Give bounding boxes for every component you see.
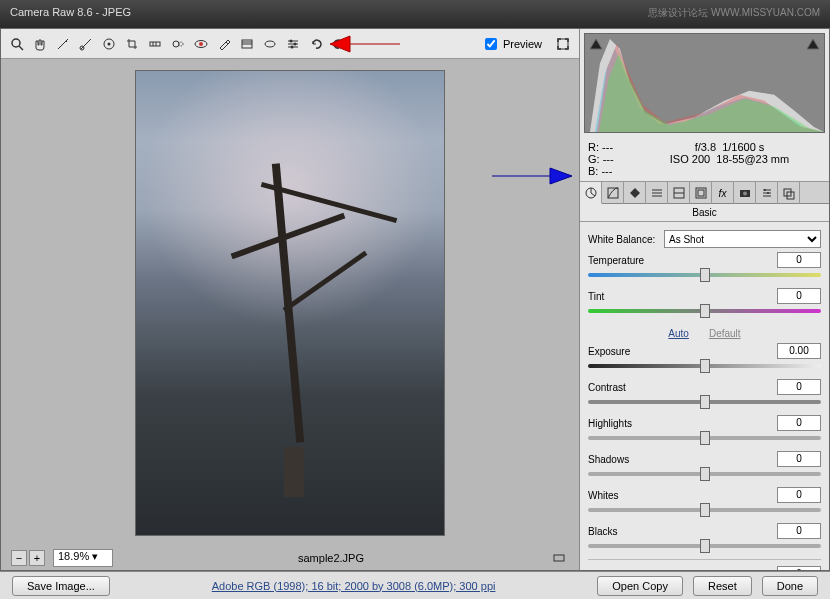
color-sampler-tool-icon[interactable]	[76, 34, 96, 54]
tab-detail-icon[interactable]	[624, 182, 646, 204]
zoom-in-button[interactable]: +	[29, 550, 45, 566]
svg-point-15	[265, 41, 275, 47]
info-readout: R: --- G: --- B: --- f/3.8 1/1600 s ISO …	[580, 137, 829, 182]
clarity-slider[interactable]: Clarity0	[588, 566, 821, 570]
graduated-filter-tool-icon[interactable]	[237, 34, 257, 54]
preview-checkbox[interactable]	[485, 38, 497, 50]
done-button[interactable]: Done	[762, 576, 818, 596]
svg-point-38	[764, 189, 766, 191]
white-balance-tool-icon[interactable]	[53, 34, 73, 54]
svg-point-34	[743, 192, 747, 196]
svg-point-39	[767, 192, 769, 194]
workflow-options-link[interactable]: Adobe RGB (1998); 16 bit; 2000 by 3008 (…	[120, 580, 587, 592]
auto-link[interactable]: Auto	[668, 328, 689, 339]
white-balance-select[interactable]: As Shot	[664, 230, 821, 248]
white-balance-label: White Balance:	[588, 234, 658, 245]
zoom-out-button[interactable]: −	[11, 550, 27, 566]
blacks-slider[interactable]: Blacks0	[588, 523, 821, 551]
whites-slider[interactable]: Whites0	[588, 487, 821, 515]
highlight-clip-warning-icon[interactable]	[806, 38, 820, 50]
status-bar: − + 18.9% ▾ sample2.JPG	[1, 546, 579, 570]
straighten-tool-icon[interactable]	[145, 34, 165, 54]
histogram[interactable]	[584, 33, 825, 133]
iso-value: ISO 200	[670, 153, 710, 165]
adjustment-brush-tool-icon[interactable]	[214, 34, 234, 54]
tab-camera-calibration-icon[interactable]	[734, 182, 756, 204]
shadow-clip-warning-icon[interactable]	[589, 38, 603, 50]
exposure-slider[interactable]: Exposure0.00	[588, 343, 821, 371]
crop-tool-icon[interactable]	[122, 34, 142, 54]
preferences-tool-icon[interactable]	[283, 34, 303, 54]
highlights-slider[interactable]: Highlights0	[588, 415, 821, 443]
tab-hsl-icon[interactable]	[646, 182, 668, 204]
red-eye-tool-icon[interactable]	[191, 34, 211, 54]
contrast-slider[interactable]: Contrast0	[588, 379, 821, 407]
zoom-tool-icon[interactable]	[7, 34, 27, 54]
tab-lens-corrections-icon[interactable]	[690, 182, 712, 204]
tint-slider[interactable]: Tint0	[588, 288, 821, 316]
reset-button[interactable]: Reset	[693, 576, 752, 596]
b-value: B: ---	[588, 165, 638, 177]
window-title: Camera Raw 8.6 - JPEG	[10, 6, 131, 22]
svg-point-20	[294, 42, 297, 45]
save-image-button[interactable]: Save Image...	[12, 576, 110, 596]
watermark: 思缘设计论坛 WWW.MISSYUAN.COM	[648, 6, 820, 22]
preview-label: Preview	[503, 38, 542, 50]
svg-point-19	[290, 39, 293, 42]
svg-point-4	[108, 42, 111, 45]
aperture-value: f/3.8	[695, 141, 716, 153]
shadows-slider[interactable]: Shadows0	[588, 451, 821, 479]
tab-tone-curve-icon[interactable]	[602, 182, 624, 204]
shutter-value: 1/1600 s	[722, 141, 764, 153]
rotate-cw-icon[interactable]	[329, 34, 349, 54]
svg-rect-23	[554, 555, 564, 561]
svg-rect-32	[698, 190, 704, 196]
spot-removal-tool-icon[interactable]	[168, 34, 188, 54]
svg-point-0	[12, 39, 20, 47]
tab-basic-icon[interactable]	[580, 182, 602, 204]
filmstrip-toggle-icon[interactable]	[549, 548, 569, 568]
tab-presets-icon[interactable]	[756, 182, 778, 204]
svg-rect-25	[608, 188, 618, 198]
rotate-ccw-icon[interactable]	[306, 34, 326, 54]
g-value: G: ---	[588, 153, 638, 165]
hand-tool-icon[interactable]	[30, 34, 50, 54]
title-bar: Camera Raw 8.6 - JPEG 思缘设计论坛 WWW.MISSYUA…	[0, 0, 830, 28]
panel-title: Basic	[580, 204, 829, 222]
svg-rect-5	[150, 42, 160, 46]
toolbar: Preview	[1, 29, 579, 59]
open-copy-button[interactable]: Open Copy	[597, 576, 683, 596]
panel-tabs: fx	[580, 182, 829, 204]
svg-point-11	[199, 42, 203, 46]
tab-effects-icon[interactable]: fx	[712, 182, 734, 204]
preview-area[interactable]	[1, 59, 579, 546]
temperature-slider[interactable]: Temperature0	[588, 252, 821, 280]
footer: Save Image... Adobe RGB (1998); 16 bit; …	[0, 571, 830, 599]
radial-filter-tool-icon[interactable]	[260, 34, 280, 54]
svg-rect-22	[558, 39, 568, 49]
tab-split-toning-icon[interactable]	[668, 182, 690, 204]
tab-snapshots-icon[interactable]	[778, 182, 800, 204]
svg-point-9	[179, 42, 183, 46]
filename-label: sample2.JPG	[121, 552, 541, 564]
default-link[interactable]: Default	[709, 328, 741, 339]
svg-point-21	[291, 45, 294, 48]
svg-point-8	[173, 41, 179, 47]
targeted-adjustment-tool-icon[interactable]	[99, 34, 119, 54]
zoom-select[interactable]: 18.9% ▾	[53, 549, 113, 567]
preview-image	[135, 70, 445, 536]
r-value: R: ---	[588, 141, 638, 153]
svg-line-1	[19, 46, 23, 50]
lens-value: 18-55@23 mm	[716, 153, 789, 165]
fullscreen-icon[interactable]	[553, 34, 573, 54]
